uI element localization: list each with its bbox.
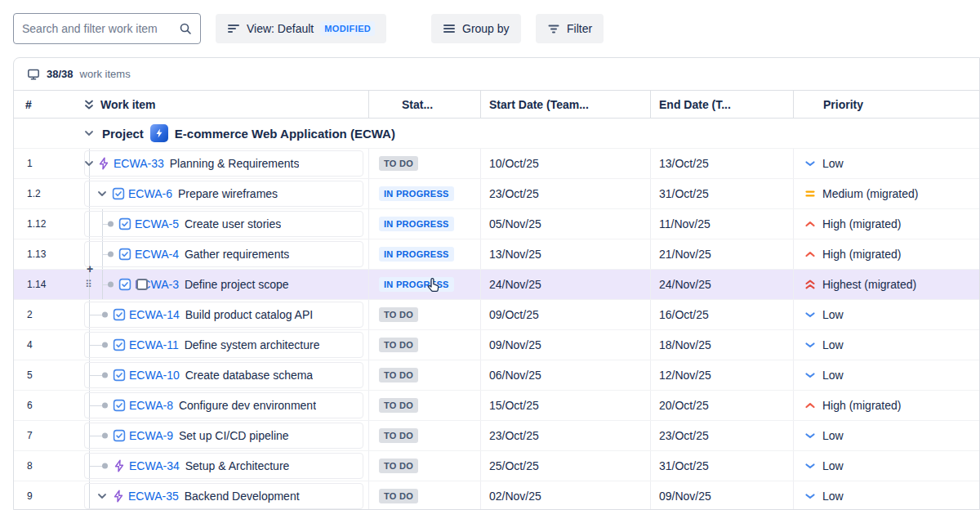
table-row[interactable]: 1.14 ECWA-3 Define project scope + ⠿ bbox=[14, 270, 979, 300]
work-item-key-link[interactable]: ECWA-10 bbox=[129, 369, 180, 382]
end-date-cell[interactable]: 12/Nov/25 bbox=[650, 360, 793, 390]
column-header-end-date[interactable]: End Date (T... bbox=[650, 91, 793, 118]
work-item-key-link[interactable]: ECWA-33 bbox=[114, 157, 164, 170]
status-badge[interactable]: TO DO bbox=[379, 338, 418, 352]
start-date-cell[interactable]: 23/Oct/25 bbox=[480, 179, 650, 208]
work-item-key-link[interactable]: ECWA-34 bbox=[129, 459, 180, 472]
priority-cell[interactable]: Low bbox=[793, 421, 979, 450]
start-date-cell[interactable]: 15/Oct/25 bbox=[480, 391, 650, 420]
end-date-cell[interactable]: 20/Oct/25 bbox=[650, 391, 793, 420]
work-item-cell[interactable]: ECWA-6 Prepare wireframes + ⠿ bbox=[82, 179, 368, 208]
start-date-cell[interactable]: 06/Nov/25 bbox=[480, 360, 650, 390]
table-row[interactable]: 6 ECWA-8 Configure dev environment + ⠿ bbox=[14, 391, 979, 421]
priority-cell[interactable]: Low bbox=[793, 149, 979, 178]
work-item-summary[interactable]: Planning & Requirements bbox=[170, 157, 300, 170]
start-date-cell[interactable]: 05/Nov/25 bbox=[480, 209, 650, 239]
priority-cell[interactable]: High (migrated) bbox=[793, 209, 979, 239]
end-date-cell[interactable]: 13/Oct/25 bbox=[650, 149, 793, 178]
column-header-status[interactable]: Stat... bbox=[368, 91, 480, 118]
end-date-cell[interactable]: 31/Oct/25 bbox=[650, 179, 793, 208]
column-header-start-date[interactable]: Start Date (Team... bbox=[480, 91, 650, 118]
work-item-key-link[interactable]: ECWA-5 bbox=[135, 217, 179, 230]
end-date-cell[interactable]: 23/Oct/25 bbox=[650, 421, 793, 450]
work-item-key-link[interactable]: ECWA-9 bbox=[129, 429, 173, 442]
column-header-number[interactable]: # bbox=[14, 91, 82, 118]
table-row[interactable]: 9 ECWA-35 Backend Development + ⠿ bbox=[14, 481, 979, 510]
chevron-down-icon[interactable] bbox=[96, 187, 109, 200]
end-date-cell[interactable]: 09/Nov/25 bbox=[650, 481, 793, 510]
work-item-key-link[interactable]: ECWA-11 bbox=[129, 338, 179, 351]
work-item-cell[interactable]: ECWA-33 Planning & Requirements + ⠿ bbox=[82, 149, 368, 178]
start-date-cell[interactable]: 13/Nov/25 bbox=[480, 239, 650, 269]
table-row[interactable]: 1.2 ECWA-6 Prepare wireframes + ⠿ bbox=[14, 179, 979, 209]
status-badge[interactable]: IN PROGRESS bbox=[379, 186, 454, 201]
table-row[interactable]: 4 ECWA-11 Define system architecture + ⠿ bbox=[14, 330, 979, 360]
work-item-cell[interactable]: ECWA-3 Define project scope + ⠿ bbox=[82, 270, 368, 299]
end-date-cell[interactable]: 31/Oct/25 bbox=[650, 451, 793, 481]
work-item-key-link[interactable]: ECWA-4 bbox=[135, 248, 179, 261]
start-date-cell[interactable]: 09/Nov/25 bbox=[480, 330, 650, 360]
table-row[interactable]: 1 ECWA-33 Planning & Requirements + ⠿ bbox=[14, 149, 979, 179]
work-item-summary[interactable]: Define system architecture bbox=[185, 338, 320, 351]
filter-button[interactable]: Filter bbox=[536, 14, 604, 43]
status-badge[interactable]: TO DO bbox=[379, 156, 418, 171]
status-badge[interactable]: IN PROGRESS bbox=[379, 217, 454, 231]
start-date-cell[interactable]: 10/Oct/25 bbox=[480, 149, 650, 178]
start-date-cell[interactable]: 25/Oct/25 bbox=[480, 451, 650, 481]
chevron-down-icon[interactable] bbox=[82, 127, 96, 140]
chevron-down-icon[interactable] bbox=[96, 490, 109, 503]
priority-cell[interactable]: Medium (migrated) bbox=[793, 179, 979, 208]
start-date-cell[interactable]: 24/Nov/25 bbox=[480, 270, 650, 299]
end-date-cell[interactable]: 24/Nov/25 bbox=[650, 270, 793, 299]
table-row[interactable]: 2 ECWA-14 Build product catalog API + ⠿ bbox=[14, 300, 979, 330]
status-badge[interactable]: TO DO bbox=[379, 368, 418, 382]
end-date-cell[interactable]: 21/Nov/25 bbox=[650, 239, 793, 269]
double-chevron-icon[interactable] bbox=[82, 98, 96, 111]
work-item-summary[interactable]: Set up CI/CD pipeline bbox=[179, 429, 289, 442]
priority-cell[interactable]: Low bbox=[793, 300, 979, 329]
priority-cell[interactable]: Low bbox=[793, 330, 979, 360]
work-item-summary[interactable]: Build product catalog API bbox=[185, 308, 313, 321]
work-item-key-link[interactable]: ECWA-14 bbox=[129, 308, 180, 321]
work-item-summary[interactable]: Create database schema bbox=[185, 369, 313, 382]
work-item-summary[interactable]: Define project scope bbox=[185, 278, 289, 291]
priority-cell[interactable]: Low bbox=[793, 481, 979, 510]
column-header-priority[interactable]: Priority bbox=[793, 91, 979, 118]
chevron-down-icon[interactable] bbox=[82, 157, 96, 170]
status-badge[interactable]: IN PROGRESS bbox=[379, 277, 454, 292]
drag-handle-icon[interactable]: ⠿ bbox=[85, 279, 91, 290]
priority-cell[interactable]: Highest (migrated) bbox=[793, 270, 979, 299]
priority-cell[interactable]: High (migrated) bbox=[793, 239, 979, 269]
end-date-cell[interactable]: 18/Nov/25 bbox=[650, 330, 793, 360]
work-item-cell[interactable]: ECWA-35 Backend Development + ⠿ bbox=[82, 481, 368, 510]
table-row[interactable]: 8 ECWA-34 Setup & Architecture + ⠿ bbox=[14, 451, 979, 481]
table-row[interactable]: 1.12 ECWA-5 Create user stories + ⠿ bbox=[14, 209, 979, 239]
status-badge[interactable]: TO DO bbox=[379, 307, 418, 322]
column-header-work-item[interactable]: Work item bbox=[82, 91, 368, 118]
work-item-summary[interactable]: Gather requirements bbox=[185, 248, 289, 261]
status-badge[interactable]: TO DO bbox=[379, 489, 418, 503]
work-item-summary[interactable]: Configure dev environment bbox=[179, 399, 316, 412]
work-item-key-link[interactable]: ECWA-6 bbox=[128, 187, 172, 200]
work-item-key-link[interactable]: ECWA-35 bbox=[128, 490, 179, 503]
work-item-cell[interactable]: ECWA-9 Set up CI/CD pipeline + ⠿ bbox=[82, 421, 368, 450]
end-date-cell[interactable]: 16/Oct/25 bbox=[650, 300, 793, 329]
priority-cell[interactable]: Low bbox=[793, 360, 979, 390]
work-item-summary[interactable]: Setup & Architecture bbox=[185, 459, 290, 472]
work-item-summary[interactable]: Create user stories bbox=[185, 217, 281, 230]
search-input[interactable] bbox=[22, 22, 179, 35]
work-item-summary[interactable]: Backend Development bbox=[185, 490, 300, 503]
start-date-cell[interactable]: 23/Oct/25 bbox=[480, 421, 650, 450]
priority-cell[interactable]: High (migrated) bbox=[793, 391, 979, 420]
work-item-cell[interactable]: ECWA-34 Setup & Architecture + ⠿ bbox=[82, 451, 368, 481]
view-button[interactable]: View: Default MODIFIED bbox=[216, 14, 386, 43]
start-date-cell[interactable]: 09/Oct/25 bbox=[480, 300, 650, 329]
row-checkbox[interactable] bbox=[136, 279, 148, 290]
search-box[interactable] bbox=[13, 13, 201, 44]
work-item-cell[interactable]: ECWA-10 Create database schema + ⠿ bbox=[82, 360, 368, 390]
work-item-cell[interactable]: ECWA-14 Build product catalog API + ⠿ bbox=[82, 300, 368, 329]
work-item-key-link[interactable]: ECWA-8 bbox=[129, 399, 173, 412]
work-item-summary[interactable]: Prepare wireframes bbox=[178, 187, 278, 200]
status-badge[interactable]: TO DO bbox=[379, 428, 418, 443]
status-badge[interactable]: TO DO bbox=[379, 398, 418, 413]
